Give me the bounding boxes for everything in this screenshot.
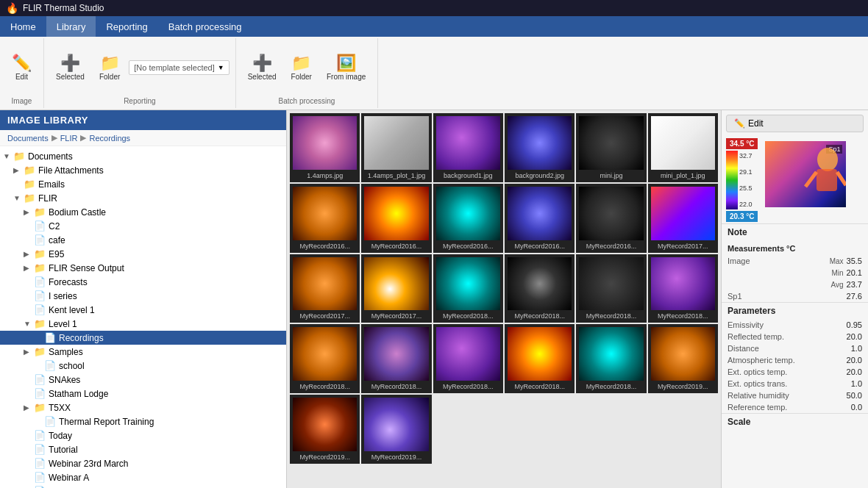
- tree-item-school[interactable]: 📄 school: [0, 359, 286, 373]
- image-cell[interactable]: MyRecord2017...: [648, 184, 718, 253]
- thermal-preview-image: Sp1: [765, 141, 846, 207]
- image-cell[interactable]: 1.4amps.jpg: [290, 113, 360, 182]
- titlebar: 🔥 FLIR Thermal Studio: [0, 0, 868, 16]
- image-cell[interactable]: 1.4amps_plot_1.jpg: [361, 113, 431, 182]
- image-cell[interactable]: MyRecord2017...: [290, 254, 360, 323]
- folder-icon: 📁: [24, 179, 35, 190]
- image-cell[interactable]: background2.jpg: [505, 113, 574, 182]
- tree-item-flir-sense[interactable]: ▶ 📁 FLIR Sense Output: [0, 261, 286, 275]
- image-cell[interactable]: MyRecord2019...: [361, 395, 431, 464]
- image-row: Image Max 35.5: [722, 255, 868, 267]
- image-cell[interactable]: MyRecord2018...: [433, 254, 503, 323]
- scale-min-badge: 20.3 °C: [726, 211, 758, 222]
- tree-item-kent[interactable]: 📄 Kent level 1: [0, 303, 286, 317]
- image-thumb: [364, 257, 428, 311]
- image-label: MyRecord2016...: [364, 243, 428, 250]
- arrow-icon: ▶: [24, 208, 34, 216]
- batch-folder-button[interactable]: 📁 Folder: [285, 52, 318, 84]
- pencil-icon: ✏️: [734, 118, 745, 129]
- image-cell[interactable]: MyRecord2016...: [433, 184, 503, 253]
- image-cell[interactable]: MyRecord2018...: [648, 254, 718, 323]
- image-cell[interactable]: MyRecord2018...: [505, 324, 574, 393]
- tree-item-tutorial[interactable]: 📄 Tutorial: [0, 442, 286, 456]
- menu-reporting[interactable]: Reporting: [96, 16, 157, 37]
- tree-item-webinar23[interactable]: 📄 Webinar 23rd March: [0, 456, 286, 470]
- image-cell[interactable]: background1.jpg: [433, 113, 503, 182]
- tree-item-emails[interactable]: 📁 Emails: [0, 177, 286, 191]
- tree-item-bodium[interactable]: ▶ 📁 Bodium Castle: [0, 205, 286, 219]
- image-thumb: [364, 327, 428, 381]
- file-icon: 📄: [34, 304, 46, 315]
- tree-item-cafe[interactable]: 📄 cafe: [0, 233, 286, 247]
- image-cell[interactable]: MyRecord2019...: [648, 324, 718, 393]
- svg-rect-1: [817, 169, 837, 191]
- chevron-down-icon: ▼: [218, 64, 224, 71]
- scale-bar: [726, 151, 738, 209]
- image-thumb: [436, 116, 500, 170]
- tree-item-c2[interactable]: 📄 C2: [0, 219, 286, 233]
- tree-item-iseries[interactable]: 📄 I series: [0, 289, 286, 303]
- menu-batch[interactable]: Batch processing: [158, 16, 252, 37]
- reporting-selected-button[interactable]: ➕ Selected: [50, 52, 90, 84]
- tree-item-thermal-report[interactable]: 📄 Thermal Report Training: [0, 415, 286, 428]
- breadcrumb-flir[interactable]: FLIR: [60, 134, 78, 143]
- image-cell[interactable]: MyRecord2018...: [361, 324, 431, 393]
- image-label: 1.4amps_plot_1.jpg: [364, 172, 428, 179]
- batch-selected-button[interactable]: ➕ Selected: [242, 52, 282, 84]
- image-thumb: [508, 116, 572, 170]
- tree-item-e95[interactable]: ▶ 📁 E95: [0, 247, 286, 261]
- image-cell[interactable]: mini.jpg: [576, 113, 646, 182]
- tree-item-t5xx[interactable]: ▶ 📁 T5XX: [0, 401, 286, 415]
- tree-item-webinar-a[interactable]: 📄 Webinar A: [0, 470, 286, 484]
- folder-icon: 📁: [34, 248, 46, 259]
- image-cell[interactable]: MyRecord2018...: [290, 324, 360, 393]
- image-cell[interactable]: MyRecord2018...: [505, 254, 574, 323]
- image-label: background1.jpg: [436, 172, 500, 179]
- edit-button[interactable]: ✏️ Edit: [6, 52, 38, 84]
- image-cell[interactable]: MyRecord2019...: [290, 395, 360, 464]
- image-cell[interactable]: mini_plot_1.jpg: [648, 113, 718, 182]
- image-cell[interactable]: MyRecord2016...: [505, 184, 574, 253]
- batch-from-image-button[interactable]: 🖼️ From image: [321, 52, 371, 84]
- tree-item-today[interactable]: 📄 Today: [0, 428, 286, 442]
- image-cell[interactable]: MyRecord2016...: [290, 184, 360, 253]
- tree-item-snakes[interactable]: 📄 SNAkes: [0, 373, 286, 387]
- template-dropdown[interactable]: [No template selected] ▼: [129, 60, 229, 75]
- tree-item-flir[interactable]: ▼ 📁 FLIR: [0, 191, 286, 205]
- tree-item-webinar-b[interactable]: 📄 Webinar B: [0, 484, 286, 488]
- file-icon: 📄: [44, 416, 56, 427]
- image-label: MyRecord2019...: [364, 453, 428, 461]
- folder-icon: 📁: [24, 165, 35, 176]
- tree-container[interactable]: ▼ 📁 Documents ▶ 📁 File Attachments 📁 Ema…: [0, 146, 286, 488]
- image-cell[interactable]: MyRecord2017...: [361, 254, 431, 323]
- tree-item-file-attachments[interactable]: ▶ 📁 File Attachments: [0, 163, 286, 177]
- arrow-icon: ▼: [24, 320, 34, 328]
- breadcrumb-documents[interactable]: Documents: [7, 134, 49, 143]
- menu-home[interactable]: Home: [0, 16, 46, 37]
- tree-item-level1[interactable]: ▼ 📁 Level 1: [0, 317, 286, 331]
- tree-item-recordings[interactable]: 📄 Recordings: [0, 331, 286, 345]
- measurements-section: Measurements °C Image Max 35.5 Min 20.1 …: [722, 242, 868, 302]
- tree-item-samples[interactable]: ▶ 📁 Samples: [0, 345, 286, 359]
- image-cell[interactable]: MyRecord2016...: [576, 184, 646, 253]
- edit-panel-button[interactable]: ✏️ Edit: [726, 115, 864, 132]
- image-cell[interactable]: MyRecord2018...: [576, 324, 646, 393]
- image-thumb: [293, 257, 357, 311]
- toolbar-image-group: ✏️ Edit Image: [0, 38, 44, 108]
- image-label: MyRecord2016...: [436, 243, 500, 250]
- center-panel[interactable]: 1.4amps.jpg 1.4amps_plot_1.jpg backgroun…: [287, 110, 721, 488]
- left-panel: IMAGE LIBRARY Documents ▶ FLIR ▶ Recordi…: [0, 110, 287, 488]
- image-cell[interactable]: MyRecord2018...: [433, 324, 503, 393]
- reporting-folder-button[interactable]: 📁 Folder: [93, 52, 126, 84]
- image-thumb: [651, 187, 715, 240]
- tree-item-documents[interactable]: ▼ 📁 Documents: [0, 149, 286, 163]
- right-panel: ✏️ Edit 34.5 °C 32.7 29.1 25.5 22.0 20.3…: [721, 110, 868, 488]
- breadcrumb-recordings[interactable]: Recordings: [89, 134, 130, 143]
- image-cell[interactable]: MyRecord2018...: [576, 254, 646, 323]
- image-thumb: [293, 327, 357, 381]
- tree-item-forecasts[interactable]: 📄 Forecasts: [0, 275, 286, 289]
- menu-library[interactable]: Library: [46, 16, 96, 37]
- tree-item-statham[interactable]: 📄 Statham Lodge: [0, 387, 286, 401]
- image-cell[interactable]: MyRecord2016...: [361, 184, 431, 253]
- image-label: MyRecord2018...: [579, 383, 643, 390]
